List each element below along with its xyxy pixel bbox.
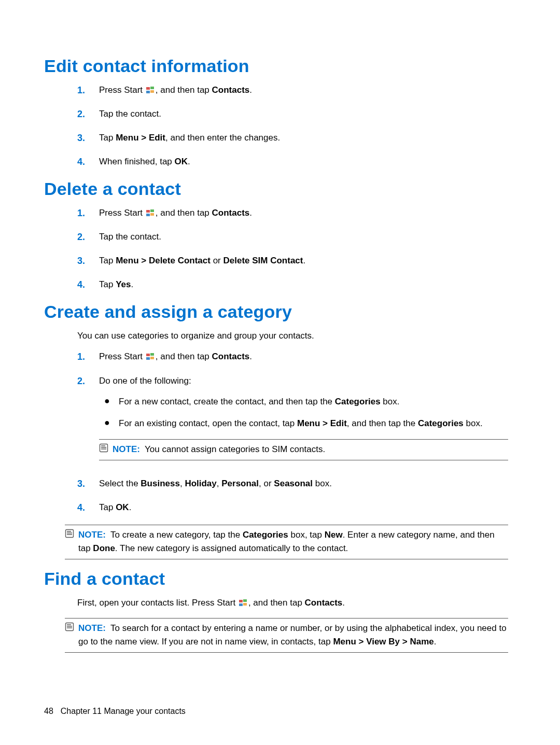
step-text: Tap the contact. [99,107,508,121]
text: , and then tap [156,352,212,361]
sub-bullets: ● For a new contact, create the contact,… [99,395,508,431]
text: First, open your contacts list. Press St… [77,598,238,608]
svg-rect-18 [66,623,74,630]
text-bold: Contacts [305,598,343,608]
step-number: 3. [77,477,99,491]
svg-rect-17 [243,603,247,606]
steps-category: 1. Press Start , and then tap Contacts. … [77,350,508,515]
text: box. [313,479,332,488]
svg-rect-3 [150,90,154,93]
text: , or [259,479,274,488]
note-text: NOTE: To create a new category, tap the … [78,528,508,556]
text-bold: Business [141,479,180,488]
svg-rect-7 [150,213,154,216]
text-bold: OK [116,502,129,512]
text: , and then enter the changes. [165,133,280,143]
note-box: NOTE: To search for a contact by enterin… [65,618,508,653]
text-bold: Yes [116,279,131,289]
text: Press Start [99,85,145,95]
list-item: 4. Tap Yes. [77,278,508,292]
bullet-icon: ● [99,417,119,429]
text: . [249,352,252,361]
text: When finished, tap [99,157,175,166]
svg-rect-8 [146,354,150,356]
text: . [342,598,345,608]
step-number: 3. [77,254,99,269]
text-bold: Menu > View By > Name [333,637,433,646]
svg-rect-2 [146,91,150,93]
note-text: NOTE: You cannot assign categories to SI… [113,443,508,456]
step-text: Select the Business, Holiday, Personal, … [99,477,508,490]
text: Press Start [99,352,145,361]
step-number: 1. [77,206,99,221]
text: . The new category is assigned automatic… [115,543,348,553]
note-label: NOTE: [78,530,106,540]
list-item: 3. Select the Business, Holiday, Persona… [77,477,508,491]
step-text: Do one of the following: ● For a new con… [99,374,508,468]
steps-edit: 1. Press Start , and then tap Contacts. … [77,83,508,170]
list-item: ● For an existing contact, open the cont… [99,417,508,430]
windows-start-icon [146,207,155,221]
svg-rect-4 [146,210,150,213]
windows-start-icon [146,351,155,364]
text: Tap [99,133,116,143]
step-text: Tap the contact. [99,230,508,244]
text-bold: Contacts [212,208,250,218]
text-bold: Personal [221,479,259,488]
list-item: ● For a new contact, create the contact,… [99,395,508,409]
list-item: 3. Tap Menu > Delete Contact or Delete S… [77,254,508,269]
step-text: Tap OK. [99,501,508,514]
step-text: When finished, tap OK. [99,155,508,168]
text-bold: Done [93,543,115,553]
svg-rect-5 [150,209,154,212]
text: box, tap [288,530,325,540]
windows-start-icon [146,85,155,98]
list-item: 2. Tap the contact. [77,107,508,122]
list-item: 2. Do one of the following: ● For a new … [77,374,508,468]
document-page: Edit contact information 1. Press Start … [0,0,560,745]
text: , and then tap [156,208,212,218]
text: . [303,256,305,265]
step-text: Press Start , and then tap Contacts. [99,350,508,364]
svg-rect-15 [243,599,247,602]
text: , [180,479,185,488]
text-bold: Menu > Delete Contact [116,256,211,265]
text: Do one of the following: [99,376,191,386]
text-bold: Seasonal [274,479,313,488]
intro-find: First, open your contacts list. Press St… [77,596,508,611]
text: , and then tap the [347,418,418,428]
list-item: 1. Press Start , and then tap Contacts. [77,350,508,364]
note-text: NOTE: To search for a contact by enterin… [78,622,508,649]
text: For a new contact, create the contact, a… [119,397,335,406]
step-number: 4. [77,278,99,292]
text: box. [464,418,483,428]
note-icon [99,443,113,457]
text: To search for a contact by entering a na… [78,623,507,646]
text: . [129,502,132,512]
text-bold: Categories [418,418,464,428]
svg-rect-14 [239,600,243,602]
page-number: 48 [44,707,53,715]
note-box: NOTE: You cannot assign categories to SI… [99,439,508,460]
note-icon [65,528,78,542]
text: Press Start [99,208,145,218]
step-text: Tap Menu > Delete Contact or Delete SIM … [99,254,508,268]
step-number: 2. [77,107,99,122]
text-bold: Menu > Edit [297,418,347,428]
text-bold: Categories [243,530,288,540]
svg-rect-16 [239,603,243,606]
text-bold: Contacts [212,85,250,95]
windows-start-icon [239,597,247,611]
text: . [434,637,437,646]
svg-rect-10 [146,357,150,360]
svg-rect-9 [150,353,154,356]
text: You cannot assign categories to SIM cont… [145,444,325,454]
svg-rect-0 [146,87,150,90]
page-footer: 48Chapter 11 Manage your contacts [44,707,186,716]
note-box: NOTE: To create a new category, tap the … [65,525,508,559]
text: . [249,85,252,95]
svg-rect-13 [66,529,74,537]
step-number: 4. [77,155,99,170]
heading-delete-contact: Delete a contact [44,179,508,199]
step-text: Tap Menu > Edit, and then enter the chan… [99,131,508,145]
